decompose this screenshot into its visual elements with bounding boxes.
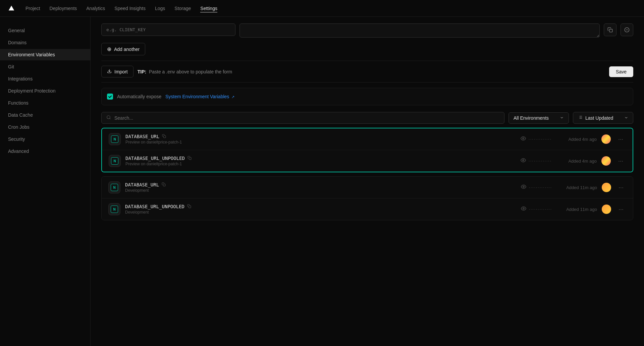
svg-rect-12 (164, 135, 166, 138)
env-dots-0: ············· (521, 136, 552, 142)
sort-icon (578, 115, 583, 121)
env-time-n0: Added 11m ago (557, 185, 597, 190)
sidebar-item-git[interactable]: Git (0, 61, 90, 72)
env-dots-n1: ············· (521, 206, 552, 213)
env-icon-1: N (109, 155, 121, 167)
value-input[interactable] (239, 23, 600, 38)
svg-point-17 (523, 186, 524, 187)
download-icon (107, 69, 112, 74)
svg-line-5 (110, 118, 111, 119)
copy-env-name-icon-n0[interactable] (162, 182, 166, 187)
remove-button[interactable] (621, 23, 633, 36)
masked-value-n0: ············· (529, 185, 552, 190)
eye-icon-0[interactable] (521, 136, 526, 142)
auto-expose-row: Automatically expose System Environment … (101, 88, 633, 105)
nav-settings[interactable]: Settings (200, 4, 217, 12)
env-icon-n1: N (108, 203, 120, 215)
sidebar: General Domains Environment Variables Gi… (0, 17, 91, 346)
env-time-0: Added 4m ago (556, 137, 597, 142)
env-more-1[interactable]: ··· (615, 156, 626, 166)
env-more-n1[interactable]: ··· (616, 205, 626, 214)
env-item-normal-1: N DATABASE_URL_UNPOOLED (102, 198, 633, 220)
env-name-row-n1: DATABASE_URL_UNPOOLED (125, 204, 516, 209)
env-more-0[interactable]: ··· (615, 134, 626, 144)
env-dots-n0: ············· (521, 184, 552, 191)
eye-icon-n0[interactable] (521, 184, 526, 191)
new-env-var-row (101, 17, 633, 43)
env-var-list: N DATABASE_URL (101, 128, 633, 220)
key-input[interactable] (101, 23, 235, 36)
env-name-text-1: DATABASE_URL_UNPOOLED (125, 156, 185, 161)
sidebar-item-advanced[interactable]: Advanced (0, 146, 90, 157)
environments-dropdown[interactable]: All Environments (508, 112, 569, 124)
logo[interactable] (7, 4, 16, 13)
tip-prefix: TIP: (138, 69, 146, 74)
env-item-normal-0: N DATABASE_URL (102, 177, 633, 198)
masked-value-1: ············· (529, 159, 552, 163)
sidebar-item-env-vars[interactable]: Environment Variables (0, 49, 90, 60)
env-dots-1: ············· (521, 158, 552, 164)
top-nav: Project Deployments Analytics Speed Insi… (0, 0, 644, 17)
copy-env-name-icon-n1[interactable] (187, 204, 191, 209)
copy-env-name-icon-0[interactable] (162, 134, 166, 139)
auto-expose-checkbox[interactable] (107, 94, 113, 100)
auto-expose-label: Automatically expose System Environment … (117, 94, 234, 99)
sort-label: Last Updated (585, 115, 613, 121)
sidebar-item-data-cache[interactable]: Data Cache (0, 109, 90, 121)
nav-logs[interactable]: Logs (155, 4, 165, 12)
sidebar-item-deployment-protection[interactable]: Deployment Protection (0, 85, 90, 97)
env-sub-1: Preview on danieltprice-patch-1 (125, 162, 516, 166)
nav-analytics[interactable]: Analytics (86, 4, 105, 12)
env-avatar-n1 (602, 205, 611, 214)
copy-env-name-icon-1[interactable] (187, 156, 192, 161)
sort-dropdown[interactable]: Last Updated (573, 112, 633, 124)
sidebar-item-integrations[interactable]: Integrations (0, 73, 90, 84)
nav-project[interactable]: Project (25, 4, 40, 12)
sidebar-item-functions[interactable]: Functions (0, 97, 90, 109)
import-row: Import TIP: Paste a .env above to popula… (101, 61, 633, 82)
environments-label: All Environments (514, 115, 549, 121)
highlighted-env-group: N DATABASE_URL (101, 128, 633, 172)
env-name-text-0: DATABASE_URL (125, 134, 159, 139)
sidebar-item-security[interactable]: Security (0, 133, 90, 145)
svg-rect-16 (163, 184, 166, 186)
import-label: Import (114, 69, 128, 74)
eye-icon-n1[interactable] (521, 206, 526, 213)
chevron-down-icon (560, 115, 564, 121)
tip-text: TIP: Paste a .env above to populate the … (138, 69, 605, 74)
masked-value-n1: ············· (529, 207, 552, 212)
env-info-1: DATABASE_URL_UNPOOLED Preview on danielt… (125, 156, 516, 166)
plus-circle-icon: ⊕ (107, 46, 111, 52)
env-sub-0: Preview on danieltprice-patch-1 (125, 140, 516, 145)
env-name-row-n0: DATABASE_URL (125, 182, 516, 187)
main-layout: General Domains Environment Variables Gi… (0, 17, 644, 346)
normal-env-list: N DATABASE_URL (101, 176, 633, 220)
env-more-n0[interactable]: ··· (616, 183, 626, 192)
copy-button[interactable] (604, 23, 616, 36)
search-input[interactable] (114, 115, 499, 121)
add-another-button[interactable]: ⊕ Add another (101, 43, 145, 55)
import-button[interactable]: Import (101, 66, 133, 77)
env-name-row-0: DATABASE_URL (125, 134, 516, 139)
search-box (101, 112, 504, 124)
sidebar-item-cron-jobs[interactable]: Cron Jobs (0, 121, 90, 133)
sidebar-item-domains[interactable]: Domains (0, 37, 90, 48)
tip-body: Paste a .env above to populate the form (149, 69, 232, 74)
nav-speed-insights[interactable]: Speed Insights (114, 4, 146, 12)
nav-storage[interactable]: Storage (174, 4, 191, 12)
env-name-text-n0: DATABASE_URL (125, 182, 159, 187)
sidebar-item-general[interactable]: General (0, 25, 90, 36)
env-sub-n1: Development (125, 210, 516, 215)
search-icon (106, 115, 111, 121)
masked-value-0: ············· (529, 137, 552, 141)
eye-icon-1[interactable] (521, 158, 526, 164)
save-button[interactable]: Save (609, 66, 633, 77)
env-icon-n0: N (108, 181, 120, 193)
svg-point-19 (523, 208, 524, 209)
system-env-vars-link[interactable]: System Environment Variables ↗ (164, 94, 234, 99)
nav-deployments[interactable]: Deployments (50, 4, 77, 12)
env-item-highlighted-1: N DATABASE_URL_UNPOOLED (102, 150, 633, 172)
env-time-n1: Added 11m ago (557, 207, 597, 212)
env-item-highlighted-0: N DATABASE_URL (102, 128, 633, 150)
svg-point-4 (107, 116, 110, 119)
